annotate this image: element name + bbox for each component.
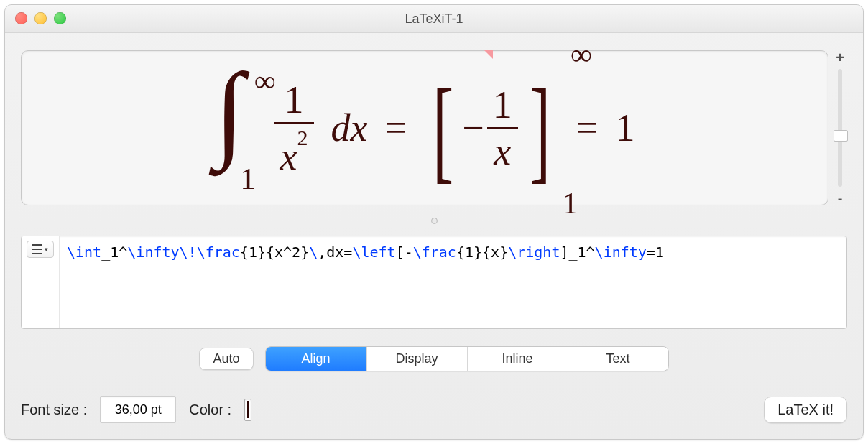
font-size-label: Font size : <box>21 402 87 418</box>
fraction-numerator: 1 <box>279 80 310 122</box>
latex-command: \right <box>508 244 560 261</box>
minus-sign: − <box>462 108 484 147</box>
latex-command: \infty\!\frac <box>127 244 240 261</box>
latex-command: \infty <box>595 244 647 261</box>
list-icon <box>32 244 42 254</box>
integral-upper: ∞ <box>254 66 276 96</box>
preview-row: ∫ ∞ 1 1 x2 dx = [ − <box>21 50 847 205</box>
integral-lower: 1 <box>241 164 256 194</box>
footer: Font size : Color : LaTeX it! <box>21 396 847 423</box>
equation-preview[interactable]: ∫ ∞ 1 1 x2 dx = [ − <box>21 50 828 205</box>
chevron-down-icon: ▾ <box>45 246 48 253</box>
mode-segmented-control[interactable]: AlignDisplayInlineText <box>265 346 669 371</box>
latex-text: =1 <box>647 244 664 261</box>
latex-it-button[interactable]: LaTeX it! <box>764 397 847 423</box>
rendered-formula: ∫ ∞ 1 1 x2 dx = [ − <box>50 51 799 205</box>
latex-command: \ <box>309 244 318 261</box>
app-window: LaTeXiT-1 ∫ ∞ 1 1 x2 <box>4 4 864 440</box>
latex-text: [- <box>396 244 413 261</box>
result-value: 1 <box>616 108 635 147</box>
dx: dx <box>331 108 368 147</box>
latex-text: ,dx= <box>318 244 352 261</box>
window-controls <box>15 12 66 24</box>
latex-text: {1}{x} <box>456 244 508 261</box>
fraction-1-over-x2: 1 x2 <box>274 80 314 176</box>
bracket-lower: 1 <box>563 188 578 218</box>
zoom-icon[interactable] <box>54 12 66 24</box>
fraction-numerator: 1 <box>487 85 518 127</box>
editor-gutter: ▾ <box>22 236 60 328</box>
color-swatch <box>247 401 249 418</box>
equals-1: = <box>385 108 407 147</box>
color-well[interactable] <box>244 399 251 421</box>
mode-row: Auto AlignDisplayInlineText <box>21 346 847 371</box>
minimize-icon[interactable] <box>34 12 47 24</box>
snippets-menu-button[interactable]: ▾ <box>27 241 54 258</box>
latex-command: \frac <box>413 244 456 261</box>
mode-align-button[interactable]: Align <box>266 347 366 371</box>
titlebar[interactable]: LaTeXiT-1 <box>5 5 863 33</box>
equals-2: = <box>576 108 598 147</box>
fraction-1-over-x: 1 x <box>487 85 518 171</box>
pane-splitter[interactable] <box>21 216 847 226</box>
fraction-denominator: x2 <box>274 124 314 176</box>
window-title: LaTeXiT-1 <box>5 11 863 27</box>
zoom-track[interactable] <box>838 69 842 187</box>
zoom-in-icon[interactable]: + <box>836 50 844 65</box>
latex-command: \left <box>352 244 395 261</box>
zoom-out-icon[interactable]: - <box>838 191 843 205</box>
zoom-thumb[interactable] <box>834 130 848 142</box>
latex-command: \int <box>67 244 101 261</box>
latex-text: ]_1^ <box>560 244 594 261</box>
auto-mode-button[interactable]: Auto <box>199 348 253 370</box>
mode-display-button[interactable]: Display <box>366 347 467 371</box>
font-size-input[interactable] <box>100 396 176 423</box>
mode-inline-button[interactable]: Inline <box>467 347 568 371</box>
color-label: Color : <box>189 402 231 418</box>
close-icon[interactable] <box>15 12 27 24</box>
fraction-denominator: x <box>488 129 517 171</box>
evaluated-bracket: [ − 1 x ] ∞ 1 <box>424 85 559 171</box>
latex-source-editor[interactable]: ▾ \int_1^\infty\!\frac{1}{x^2}\,dx=\left… <box>21 236 847 329</box>
integral-symbol: ∫ ∞ 1 <box>215 106 244 149</box>
latex-text: {1}{x^2} <box>240 244 309 261</box>
latex-text: _1^ <box>101 244 127 261</box>
source-textarea[interactable]: \int_1^\infty\!\frac{1}{x^2}\,dx=\left[-… <box>60 236 846 328</box>
bracket-upper: ∞ <box>571 40 592 70</box>
zoom-slider[interactable]: + - <box>833 50 847 205</box>
mode-text-button[interactable]: Text <box>568 347 668 371</box>
content-area: ∫ ∞ 1 1 x2 dx = [ − <box>5 33 863 439</box>
insertion-caret-icon <box>484 50 493 59</box>
